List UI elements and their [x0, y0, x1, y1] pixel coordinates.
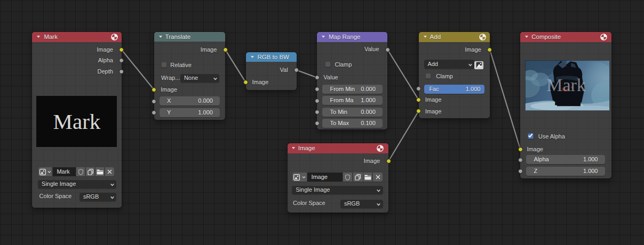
svg-text:Mark: Mark: [546, 75, 586, 95]
